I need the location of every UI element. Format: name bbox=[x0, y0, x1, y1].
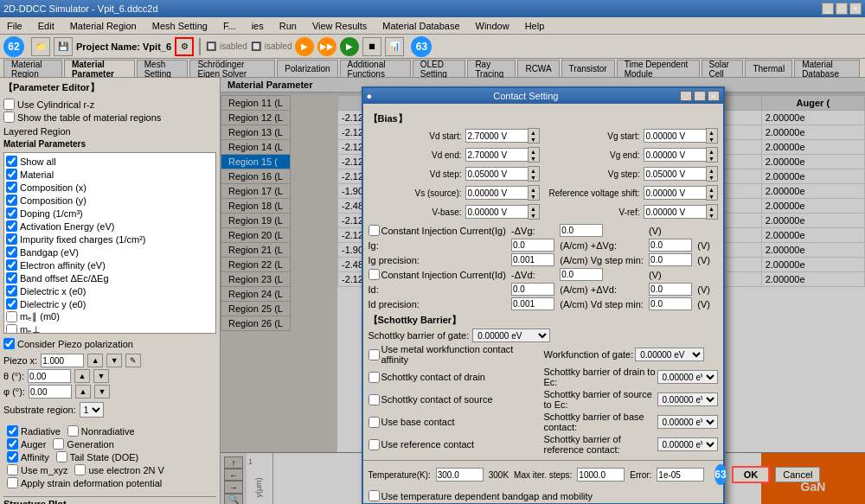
vg-step-input[interactable] bbox=[644, 167, 706, 181]
menu-view-results[interactable]: View Results bbox=[309, 19, 370, 33]
vg-end-down[interactable]: ▼ bbox=[707, 155, 717, 162]
id-input[interactable] bbox=[511, 283, 554, 296]
phi-down[interactable]: ▼ bbox=[94, 385, 110, 399]
theta-up[interactable]: ▲ bbox=[74, 369, 90, 383]
param-composition-y[interactable]: Composition (y) bbox=[6, 194, 214, 207]
menu-mesh-setting[interactable]: Mesh Setting bbox=[149, 19, 211, 33]
schottky-ref-select[interactable]: 0.00000 eV bbox=[657, 437, 718, 451]
param-band-offset[interactable]: Band offset ΔEc/ΔEg bbox=[6, 271, 214, 284]
tab-rcwa[interactable]: RCWA bbox=[517, 60, 559, 77]
piezo-x-edit[interactable]: ✎ bbox=[125, 354, 141, 367]
vg-start-up[interactable]: ▲ bbox=[707, 129, 717, 136]
vg-end-input[interactable] bbox=[644, 148, 706, 162]
vs-down[interactable]: ▼ bbox=[529, 193, 539, 200]
piezo-x-input[interactable] bbox=[41, 354, 84, 367]
menu-material-database[interactable]: Material Database bbox=[379, 19, 463, 33]
tab-oled[interactable]: OLED Setting bbox=[413, 60, 466, 77]
param-activation[interactable]: Activation Energy (eV) bbox=[6, 220, 214, 233]
dialog-minimize[interactable]: _ bbox=[680, 91, 692, 101]
vd-end-down[interactable]: ▼ bbox=[529, 155, 539, 162]
show-table-cb[interactable]: Show the table of material regions bbox=[3, 111, 216, 124]
vd-start-input[interactable] bbox=[465, 129, 528, 143]
menu-window[interactable]: Window bbox=[472, 19, 513, 33]
vg-start-input[interactable] bbox=[644, 129, 706, 143]
param-dielectric-y[interactable]: Dielectric y (e0) bbox=[6, 297, 214, 310]
vg-step-up[interactable]: ▲ bbox=[707, 167, 717, 174]
close-button[interactable]: × bbox=[849, 3, 862, 15]
param-dielectric-x[interactable]: Dielectric x (e0) bbox=[6, 284, 214, 297]
use-base-cb[interactable]: Use base contact bbox=[368, 411, 542, 432]
vref-down[interactable]: ▼ bbox=[707, 212, 717, 219]
tab-transistor[interactable]: Transistor bbox=[561, 60, 615, 77]
param-material[interactable]: Material bbox=[6, 168, 214, 181]
vs-up[interactable]: ▲ bbox=[529, 186, 539, 193]
tab-polarization[interactable]: Polarization bbox=[277, 60, 337, 77]
phi-up[interactable]: ▲ bbox=[75, 385, 91, 399]
vref-input[interactable] bbox=[644, 205, 706, 219]
schottky-source-select[interactable]: 0.00000 eV bbox=[657, 392, 718, 406]
tab-material-parameter[interactable]: Material Parameter bbox=[64, 60, 135, 77]
play-btn3[interactable]: ▶ bbox=[340, 37, 359, 56]
open-btn[interactable]: 📁 bbox=[31, 37, 50, 56]
menu-f[interactable]: F... bbox=[220, 19, 240, 33]
vd-step-up[interactable]: ▲ bbox=[529, 167, 539, 174]
substrate-select[interactable]: 1 bbox=[80, 402, 104, 418]
theta-down[interactable]: ▼ bbox=[93, 369, 109, 383]
param-doping[interactable]: Doping (1/cm³) bbox=[6, 207, 214, 220]
minimize-button[interactable]: _ bbox=[822, 3, 834, 15]
dialog-close[interactable]: × bbox=[708, 91, 720, 101]
theta-input[interactable] bbox=[28, 369, 71, 383]
dialog-maximize[interactable]: □ bbox=[694, 91, 706, 101]
menu-run[interactable]: Run bbox=[276, 19, 300, 33]
menu-edit[interactable]: Edit bbox=[35, 19, 58, 33]
param-composition-x[interactable]: Composition (x) bbox=[6, 181, 214, 194]
tab-solar-cell[interactable]: Solar Cell bbox=[702, 60, 744, 77]
tab-ray-tracing[interactable]: Ray Tracing bbox=[467, 60, 516, 77]
vbase-input[interactable] bbox=[465, 205, 528, 219]
tab-material-region[interactable]: Material Region bbox=[3, 60, 62, 77]
error-input[interactable] bbox=[657, 468, 704, 482]
param-show-all[interactable]: Show all bbox=[6, 155, 214, 168]
tab-schrodinger[interactable]: Schrödinger Eigen Solver bbox=[189, 60, 275, 77]
stop-btn[interactable]: ⏹ bbox=[362, 37, 381, 56]
show-table-checkbox[interactable] bbox=[3, 112, 15, 123]
temp-dep-row[interactable]: Use temperature dependent bandgap and mo… bbox=[363, 488, 723, 503]
vd-start-up[interactable]: ▲ bbox=[529, 129, 539, 136]
id-prec-input[interactable] bbox=[511, 297, 554, 310]
settings-btn[interactable]: ⚙ bbox=[175, 37, 194, 56]
tab-time-dep[interactable]: Time Dependent Module bbox=[617, 60, 700, 77]
vg-step-down[interactable]: ▼ bbox=[707, 174, 717, 181]
schottky-drain-cb[interactable]: Schottky contact of drain bbox=[368, 367, 542, 387]
use-metal-wf-cb[interactable]: Use metal workfunction contact affinity bbox=[368, 344, 542, 365]
menu-file[interactable]: File bbox=[3, 19, 26, 33]
temp-input[interactable] bbox=[436, 468, 484, 482]
vd-step-min-input[interactable] bbox=[649, 297, 692, 310]
use-cylindrical-checkbox[interactable] bbox=[3, 99, 15, 110]
piezo-cb[interactable]: Consider Piezo polarization bbox=[3, 337, 216, 350]
ref-voltage-input[interactable] bbox=[644, 186, 706, 200]
ok-button[interactable]: OK bbox=[732, 466, 771, 483]
vd-end-up[interactable]: ▲ bbox=[529, 148, 539, 155]
ig-dv-input[interactable] bbox=[649, 239, 692, 252]
vbase-down[interactable]: ▼ bbox=[529, 212, 539, 219]
piezo-x-down[interactable]: ▼ bbox=[106, 354, 122, 367]
cancel-button[interactable]: Cancel bbox=[775, 467, 820, 482]
tab-mesh-setting[interactable]: Mesh Setting bbox=[137, 60, 189, 77]
chart-btn[interactable]: 📊 bbox=[385, 37, 404, 56]
play-btn[interactable]: ▶ bbox=[295, 37, 314, 56]
vd-start-down[interactable]: ▼ bbox=[529, 136, 539, 143]
id-dv-input[interactable] bbox=[649, 283, 692, 296]
param-impurity[interactable]: Impurity fixed charges (1/cm²) bbox=[6, 233, 214, 246]
vd-step-down[interactable]: ▼ bbox=[529, 174, 539, 181]
wf-gate-select[interactable]: 0.00000 eV bbox=[635, 348, 704, 361]
maximize-button[interactable]: □ bbox=[836, 3, 848, 15]
ref-down[interactable]: ▼ bbox=[707, 193, 717, 200]
ig-input[interactable] bbox=[511, 239, 554, 252]
vg-end-up[interactable]: ▲ bbox=[707, 148, 717, 155]
tab-material-db[interactable]: Material Database bbox=[794, 60, 860, 77]
menu-material-region[interactable]: Material Region bbox=[67, 19, 140, 33]
save-btn[interactable]: 💾 bbox=[54, 37, 73, 56]
play-btn2[interactable]: ▶▶ bbox=[317, 37, 336, 56]
ref-up[interactable]: ▲ bbox=[707, 186, 717, 193]
use-cylindrical-cb[interactable]: Use Cylindrical r-z bbox=[3, 98, 216, 111]
